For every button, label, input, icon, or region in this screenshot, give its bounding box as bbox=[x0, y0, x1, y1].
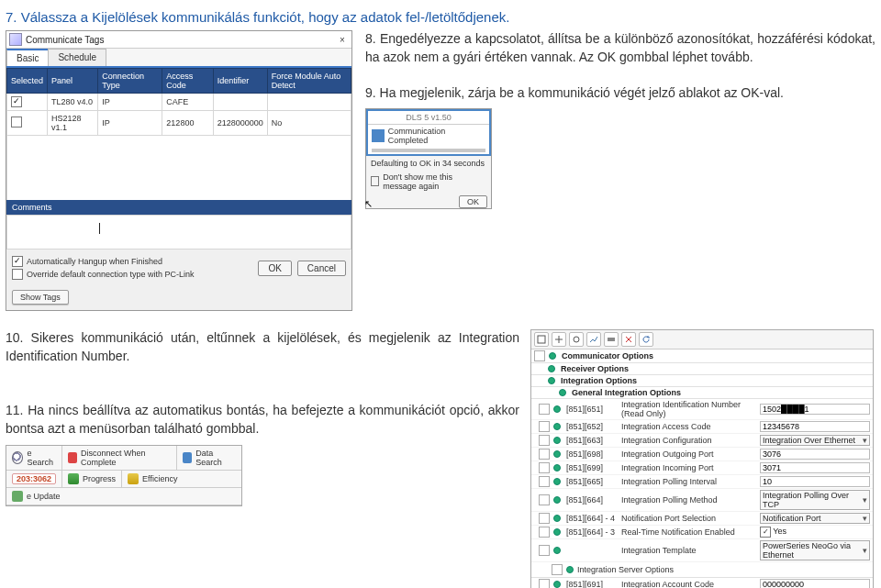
status-dot-icon bbox=[553, 464, 561, 472]
col-selected[interactable]: Selected bbox=[7, 69, 48, 94]
option-input[interactable] bbox=[760, 404, 870, 415]
communicate-tags-dialog: Communicate Tags × Basic Schedule Select… bbox=[6, 30, 352, 311]
option-row[interactable]: [851][664] - 3Real-Time Notification Ena… bbox=[531, 526, 873, 539]
e-search-button[interactable]: e Search bbox=[6, 446, 62, 470]
option-input[interactable] bbox=[760, 462, 870, 473]
table-row[interactable]: TL280 v4.0 IP CAFE bbox=[7, 94, 351, 111]
row-flag[interactable] bbox=[539, 494, 550, 505]
option-row[interactable]: [851][664] - 4Notification Port Selectio… bbox=[531, 512, 873, 526]
row-flag[interactable] bbox=[539, 527, 550, 538]
option-code: [851][652] bbox=[566, 422, 618, 431]
col-access-code[interactable]: Access Code bbox=[162, 69, 213, 94]
toolbar-btn-2[interactable] bbox=[552, 332, 566, 347]
header-communicator-options[interactable]: Communicator Options bbox=[562, 351, 870, 361]
svg-point-1 bbox=[574, 337, 579, 342]
option-dropdown[interactable]: Integration Polling Over TCP bbox=[760, 490, 870, 510]
close-icon[interactable]: × bbox=[336, 35, 349, 45]
row-flag[interactable] bbox=[539, 513, 550, 524]
header-general-integration[interactable]: General Integration Options bbox=[572, 388, 870, 397]
tab-schedule[interactable]: Schedule bbox=[48, 49, 106, 66]
svg-rect-2 bbox=[608, 338, 615, 341]
toolbar-btn-3[interactable] bbox=[569, 332, 584, 347]
progress-label: Progress bbox=[83, 474, 116, 483]
header-integration-options[interactable]: Integration Options bbox=[561, 376, 870, 385]
option-row[interactable]: [851][698]Integration Outgoing Port bbox=[531, 448, 873, 461]
toolbar-btn-6[interactable] bbox=[621, 332, 636, 347]
option-row[interactable]: [851][691]Integration Account Code bbox=[531, 578, 873, 588]
header-receiver-options[interactable]: Receiver Options bbox=[561, 364, 870, 373]
option-row[interactable]: [851][652]Integration Access Code bbox=[531, 420, 873, 434]
option-input[interactable] bbox=[760, 579, 870, 588]
option-row[interactable]: [851][699]Integration Incoming Port bbox=[531, 461, 873, 475]
col-identifier[interactable]: Identifier bbox=[213, 69, 267, 94]
option-checkbox[interactable] bbox=[760, 527, 771, 538]
communication-complete-dialog: DLS 5 v1.50 Communication Completed Defa… bbox=[365, 108, 492, 209]
step-7-title: 7. Válassza a Kijelölések kommunikálás f… bbox=[6, 9, 875, 25]
dont-show-checkbox[interactable] bbox=[371, 176, 379, 186]
option-dropdown[interactable]: Notification Port bbox=[760, 513, 870, 524]
table-row[interactable]: HS2128 v1.1 IP 212800 2128000000 No bbox=[7, 111, 351, 136]
cell-panel: HS2128 v1.1 bbox=[48, 111, 98, 136]
option-code: [851][663] bbox=[566, 436, 618, 445]
efficiency-label: Efficiency bbox=[142, 474, 177, 483]
header-integration-server[interactable]: Integration Server Options bbox=[577, 565, 674, 574]
data-search-button[interactable]: Data Search bbox=[177, 446, 241, 470]
option-dropdown[interactable]: PowerSeries NeoGo via Ethernet bbox=[760, 540, 870, 560]
e-search-label: e Search bbox=[27, 449, 55, 467]
row-flag[interactable] bbox=[539, 421, 550, 432]
option-input[interactable] bbox=[760, 476, 870, 487]
toolbar-btn-1[interactable] bbox=[534, 332, 549, 347]
row-flag[interactable] bbox=[539, 579, 550, 588]
ok-button[interactable]: OK bbox=[459, 195, 487, 208]
col-connection-type[interactable]: Connection Type bbox=[98, 69, 162, 94]
toolbar-btn-5[interactable] bbox=[604, 332, 619, 347]
ok-button[interactable]: OK bbox=[258, 261, 291, 276]
svg-rect-0 bbox=[538, 336, 545, 343]
cell-access: 212800 bbox=[162, 111, 213, 136]
progress-button[interactable]: Progress bbox=[62, 471, 122, 487]
option-row[interactable]: [851][664]Integration Polling MethodInte… bbox=[531, 489, 873, 512]
row-flag[interactable] bbox=[539, 404, 550, 415]
toolbar-refresh-icon[interactable] bbox=[639, 332, 653, 347]
code-cell: 203:3062 bbox=[6, 471, 62, 487]
row-flag[interactable] bbox=[539, 449, 550, 460]
override-checkbox[interactable] bbox=[12, 269, 23, 280]
option-row[interactable]: [851][663]Integration ConfigurationInteg… bbox=[531, 434, 873, 448]
step-9-body: 9. Ha megjelenik, zárja be a kommunikáci… bbox=[365, 84, 875, 103]
col-panel[interactable]: Panel bbox=[48, 69, 98, 94]
cancel-button[interactable]: Cancel bbox=[297, 261, 346, 276]
auto-hangup-checkbox[interactable] bbox=[12, 256, 23, 267]
row-flag[interactable] bbox=[539, 545, 550, 556]
option-code: [851][664] bbox=[566, 495, 618, 505]
option-row[interactable]: [851][651]Integration Identification Num… bbox=[531, 399, 873, 420]
cell-access: CAFE bbox=[162, 94, 213, 111]
option-row[interactable]: [851][665]Integration Polling Interval bbox=[531, 475, 873, 489]
step-11-body: 11. Ha nincs beállítva az automatikus bo… bbox=[6, 402, 519, 438]
show-tags-button[interactable]: Show Tags bbox=[12, 290, 69, 305]
dialog-icon bbox=[9, 33, 22, 46]
toolbar-btn-4[interactable] bbox=[586, 332, 601, 347]
row-checkbox[interactable] bbox=[11, 96, 22, 107]
status-dot-icon bbox=[553, 478, 561, 485]
dont-show-label: Don't show me this message again bbox=[383, 172, 486, 191]
option-dropdown[interactable]: Integration Over Ethernet bbox=[760, 435, 870, 446]
e-update-button[interactable]: e Update bbox=[6, 488, 66, 505]
option-row[interactable]: Integration TemplatePowerSeries NeoGo vi… bbox=[531, 539, 873, 562]
option-desc: Integration Account Code bbox=[621, 580, 756, 588]
dialog-titlebar[interactable]: Communicate Tags × bbox=[6, 31, 351, 49]
row-flag[interactable] bbox=[539, 476, 550, 487]
option-input[interactable] bbox=[760, 449, 870, 460]
comments-input[interactable] bbox=[6, 215, 351, 250]
table-empty-area bbox=[6, 136, 351, 200]
option-input[interactable] bbox=[760, 421, 870, 432]
row-flag[interactable] bbox=[539, 435, 550, 446]
col-force-auto-detect[interactable]: Force Module Auto Detect bbox=[267, 69, 351, 94]
row-flag[interactable] bbox=[539, 462, 550, 473]
option-desc: Integration Incoming Port bbox=[621, 463, 756, 472]
progress-icon bbox=[68, 473, 79, 484]
disconnect-button[interactable]: Disconnect When Complete bbox=[62, 446, 177, 470]
tab-basic[interactable]: Basic bbox=[6, 49, 49, 66]
status-dot-icon bbox=[553, 437, 561, 444]
efficiency-button[interactable]: Efficiency bbox=[122, 471, 183, 487]
row-checkbox[interactable] bbox=[11, 116, 22, 128]
